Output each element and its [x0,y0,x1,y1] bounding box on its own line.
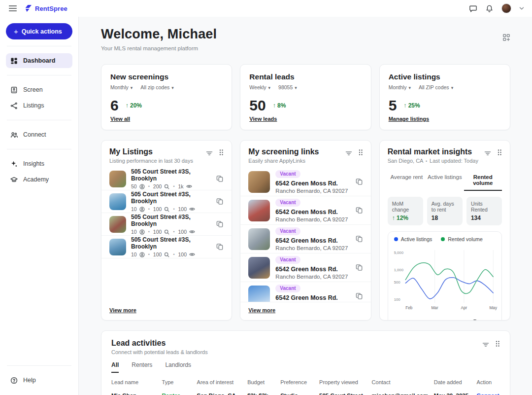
copy-icon[interactable] [356,235,363,243]
property-thumbnail [248,286,270,302]
searches-count: 100 [153,229,162,235]
sidebar-item-insights[interactable]: Insights [6,156,72,171]
tab-renters[interactable]: Renters [132,361,152,373]
legend-label: Active listings [401,236,432,242]
plus-icon: + [14,28,18,35]
copy-icon[interactable] [216,198,224,205]
metric-value: 5 [389,97,397,114]
copy-icon[interactable] [216,175,224,182]
chevron-down-icon[interactable] [519,6,524,10]
copy-icon[interactable] [356,292,363,300]
status-badge: Vacant [275,199,300,207]
view-leads-link[interactable]: View leads [249,116,277,122]
filter-icon[interactable] [482,341,489,348]
tab-average-rent[interactable]: Average rent [388,171,426,191]
property-address: 6542 Green Moss Rd. [275,180,350,187]
screening-link-row[interactable]: Vacant 6542 Green Moss Rd. Rancho Bernar… [240,253,370,282]
filter-icon[interactable] [345,150,352,157]
sidebar-item-dashboard[interactable]: Dashboard [6,53,72,68]
svg-text:1,000: 1,000 [394,268,403,272]
sidebar-item-help[interactable]: Help [6,373,72,388]
property-thumbnail [248,200,270,221]
filter-icon[interactable] [206,150,213,157]
card-title: Active listings [389,72,501,81]
view-more-link[interactable]: View more [109,307,136,313]
drag-handle-icon[interactable] [497,149,502,157]
chip-avg-days: Avg. days to rent 18 [427,197,463,225]
searches-count: 100 [153,251,162,257]
drag-handle-icon[interactable] [495,340,500,349]
copy-icon[interactable] [356,178,363,185]
lead-contact-link[interactable]: miachen@gmail.com [372,393,434,395]
listing-row[interactable]: 505 Court Street #3S, Brooklyn 10 • 100 … [101,190,232,213]
zip-filter-dropdown[interactable]: All zip codes [140,84,173,90]
applicants-count: 10 [131,206,137,212]
menu-icon[interactable] [8,3,18,13]
chip-label: Units Rented [471,201,498,213]
lead-budget: $2k-$3k [247,393,280,395]
copy-icon[interactable] [356,207,363,214]
drag-handle-icon[interactable] [219,149,224,157]
listing-row[interactable]: 505 Court Street #3S, Brooklyn 10 • 100 … [101,236,232,258]
listing-row[interactable]: 505 Court Street #3S, Brooklyn 50 • 200 … [101,168,232,190]
screening-link-row[interactable]: Vacant 6542 Green Moss Rd. Rancho Bernar… [240,196,370,225]
zip-filter-dropdown[interactable]: 98055 [278,84,297,90]
screening-link-row[interactable]: Vacant 6542 Green Moss Rd. Rancho Bernar… [240,282,370,302]
bell-icon[interactable] [485,4,494,13]
listing-address: 505 Court Street #3S, Brooklyn [131,236,211,250]
sidebar-item-label: Connect [23,131,46,138]
property-viewed-link[interactable]: 505 Court Street [319,393,372,395]
tab-active-listings[interactable]: Active listings [426,171,464,191]
views-icon [186,184,192,189]
avatar[interactable] [501,3,511,13]
screening-link-row[interactable]: Vacant 6542 Green Moss Rd. Rancho Bernar… [240,225,370,253]
card-lead-activities: Lead activities Connect with potential l… [101,330,510,395]
zip-filter-dropdown[interactable]: All ZIP codes [419,84,453,90]
copy-icon[interactable] [216,220,224,228]
tab-rented-volume[interactable]: Rented volume [464,171,502,191]
main-content: Welcome, Michael Your MLS rental managem… [79,17,532,395]
manage-listings-link[interactable]: Manage listings [389,116,430,122]
tab-landlords[interactable]: Landlords [165,361,191,373]
svg-text:100: 100 [394,297,400,302]
property-address: 6542 Green Moss Rd. [275,237,350,244]
listing-row[interactable]: 505 Court Street #3S, Brooklyn 10 • 100 … [101,213,232,236]
sidebar-item-listings[interactable]: Listings [6,98,72,113]
period-filter-dropdown[interactable]: Weekly [249,84,270,90]
svg-text:Mar: Mar [431,306,438,310]
screening-link-row[interactable]: Vacant 6542 Green Moss Rd. Rancho Bernar… [240,168,370,196]
add-widget-icon[interactable] [502,34,510,41]
widgets-row: My Listings Listing performance in last … [101,140,510,321]
sidebar-item-connect[interactable]: Connect [6,127,72,142]
card-title: Rental market insights [388,147,484,156]
dashboard-icon [10,57,18,65]
brand-logo[interactable]: RentSpree [25,4,67,12]
dot-separator: • [147,229,151,234]
view-all-link[interactable]: View all [110,116,130,122]
copy-icon[interactable] [356,264,363,271]
chip-value: 134 [471,215,498,221]
tab-all[interactable]: All [111,361,119,373]
status-badge: Vacant [275,285,300,292]
connect-action-link[interactable]: Connect [477,393,500,395]
col-budget: Budget [247,379,280,385]
slider-thumb[interactable] [471,320,478,321]
chat-icon[interactable] [469,4,477,13]
views-count: 100 [178,251,187,257]
sidebar-item-screen[interactable]: Screen [6,82,72,97]
listing-thumbnail [109,216,126,233]
dot-separator: • [172,207,175,212]
filter-icon[interactable] [484,150,491,157]
applicants-icon [139,184,145,189]
lead-name-link[interactable]: Mia Chen [111,393,162,395]
sidebar-item-academy[interactable]: Academy [6,172,72,187]
status-badge: Vacant [275,256,300,264]
copy-icon[interactable] [216,243,224,251]
view-more-link[interactable]: View more [248,307,275,313]
line-chart: 5,0001,000500100FebMarAprMay [392,242,498,317]
period-filter-dropdown[interactable]: Monthly [110,84,133,90]
quick-actions-button[interactable]: + Quick actions [6,23,72,39]
chart-range-slider[interactable] [451,320,495,321]
drag-handle-icon[interactable] [358,149,363,157]
period-filter-dropdown[interactable]: Monthly [389,84,411,90]
